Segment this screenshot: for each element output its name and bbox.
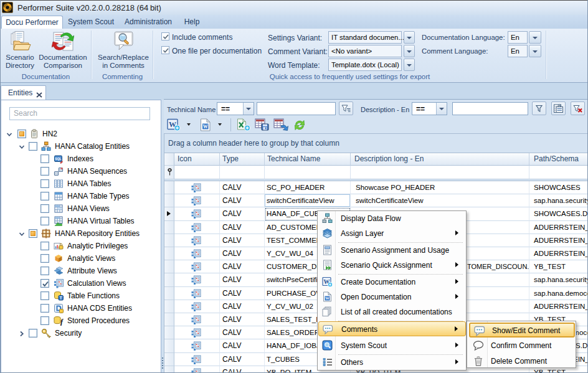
svg-text:W: W (325, 296, 330, 300)
svg-text:f: f (60, 317, 64, 326)
svg-text:T: T (60, 296, 63, 300)
svg-text:SQL: SQL (55, 157, 61, 161)
svg-text:W: W (203, 124, 208, 130)
